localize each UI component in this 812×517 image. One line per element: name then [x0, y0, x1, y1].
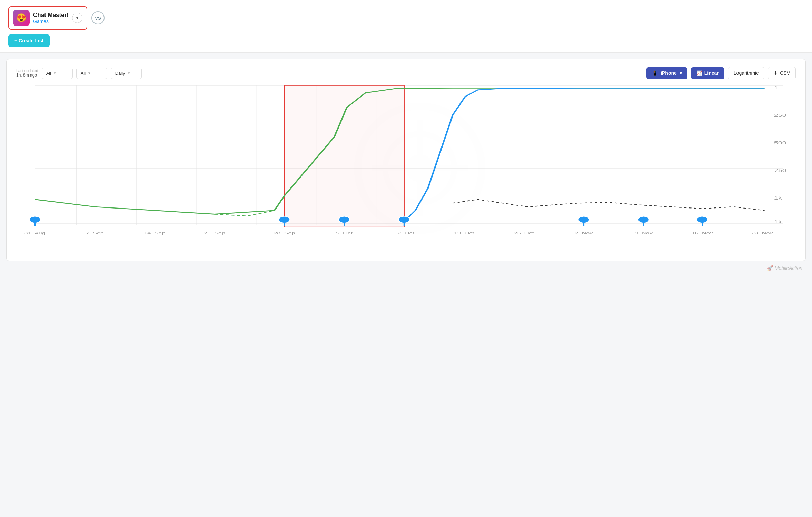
chart-section: Last updated 1h, 8m ago All ▾ All ▾ Dail…: [6, 59, 806, 261]
svg-point-31: [578, 216, 590, 223]
filter2-arrow-icon: ▾: [88, 71, 90, 75]
svg-text:16. Nov: 16. Nov: [692, 231, 713, 235]
svg-text:31. Aug: 31. Aug: [24, 231, 46, 235]
svg-text:750: 750: [774, 168, 786, 173]
svg-text:14. Sep: 14. Sep: [144, 231, 165, 235]
last-updated-info: Last updated 1h, 8m ago: [16, 69, 38, 78]
filter-daily[interactable]: Daily ▾: [111, 68, 142, 79]
svg-rect-12: [284, 85, 404, 227]
svg-point-30: [398, 216, 410, 223]
app-name: Chat Master!: [33, 12, 69, 19]
svg-point-33: [697, 216, 708, 223]
svg-text:2. Nov: 2. Nov: [575, 231, 593, 235]
svg-text:26. Oct: 26. Oct: [514, 231, 534, 235]
app-icon: 😍: [13, 10, 30, 26]
svg-text:1k: 1k: [774, 220, 782, 224]
logarithmic-button[interactable]: Logarithmic: [728, 67, 764, 79]
filter-all-2[interactable]: All ▾: [76, 68, 107, 79]
svg-text:23. Nov: 23. Nov: [751, 231, 773, 235]
linear-button[interactable]: 📈 Linear: [691, 67, 724, 79]
app-category: Games: [33, 19, 69, 24]
svg-text:250: 250: [774, 113, 786, 118]
csv-button[interactable]: ⬇ CSV: [768, 67, 796, 79]
svg-text:9. Nov: 9. Nov: [635, 231, 653, 235]
mobileaction-logo: 🚀 MobileAction: [767, 265, 802, 271]
create-list-button[interactable]: + Create List: [8, 34, 50, 47]
svg-point-32: [638, 216, 650, 223]
chart-svg: 1 250 500 750 1k 1k 31. Aug 7. Sep 14. S…: [16, 85, 796, 251]
svg-text:7. Sep: 7. Sep: [86, 231, 104, 235]
svg-point-27: [29, 216, 41, 223]
svg-text:19. Oct: 19. Oct: [454, 231, 474, 235]
svg-point-28: [279, 216, 290, 223]
app-card[interactable]: 😍 Chat Master! Games ▾: [8, 6, 87, 30]
svg-text:5. Oct: 5. Oct: [336, 231, 353, 235]
app-dropdown-button[interactable]: ▾: [72, 13, 82, 23]
svg-text:12. Oct: 12. Oct: [394, 231, 414, 235]
rocket-icon: 🚀: [767, 265, 773, 271]
footer: 🚀 MobileAction: [0, 261, 812, 275]
iphone-icon: 📱: [652, 70, 658, 76]
last-updated-time: 1h, 8m ago: [16, 73, 38, 78]
vs-button[interactable]: VS: [91, 11, 105, 24]
filter1-arrow-icon: ▾: [54, 71, 56, 75]
svg-rect-5: [35, 85, 783, 225]
svg-point-29: [339, 216, 350, 223]
chart-area: 1 250 500 750 1k 1k 31. Aug 7. Sep 14. S…: [16, 85, 796, 251]
svg-text:1: 1: [774, 85, 778, 90]
svg-text:28. Sep: 28. Sep: [274, 231, 295, 235]
svg-text:21. Sep: 21. Sep: [204, 231, 225, 235]
filter-all-1[interactable]: All ▾: [42, 68, 73, 79]
last-updated-label: Last updated: [16, 69, 38, 73]
download-icon: ⬇: [774, 70, 778, 76]
linear-chart-icon: 📈: [696, 70, 702, 76]
filter3-arrow-icon: ▾: [128, 71, 130, 75]
app-info: Chat Master! Games: [33, 12, 69, 24]
chart-controls: Last updated 1h, 8m ago All ▾ All ▾ Dail…: [16, 67, 796, 79]
iphone-button[interactable]: 📱 iPhone ▾: [646, 67, 687, 79]
iphone-arrow-icon: ▾: [680, 70, 682, 76]
svg-text:500: 500: [774, 140, 786, 145]
svg-text:1k: 1k: [774, 195, 782, 200]
